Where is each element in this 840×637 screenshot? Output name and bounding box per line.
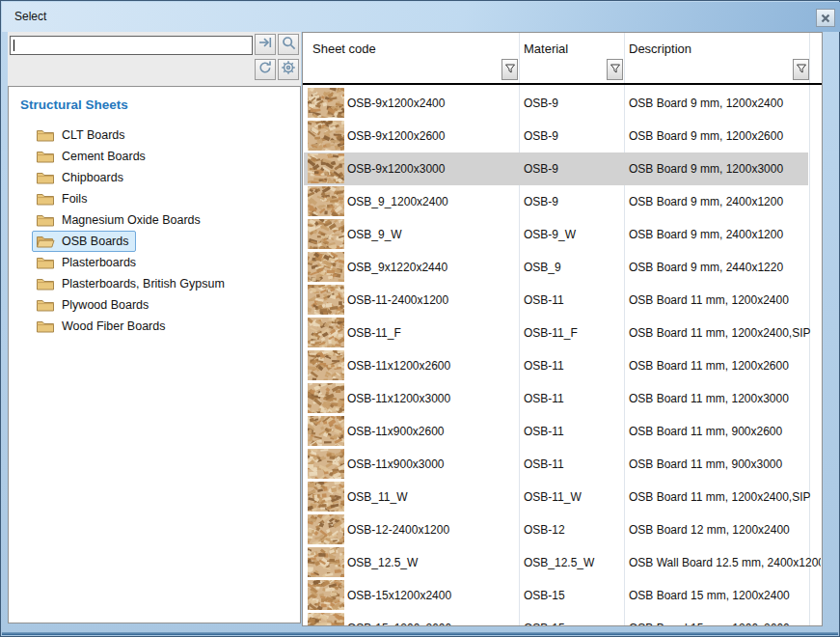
gear-icon (281, 60, 296, 79)
table-row[interactable]: OSB_9x1220x2440 OSB_9 OSB Board 9 mm, 24… (304, 251, 821, 284)
tree-item-osb-boards[interactable]: OSB Boards (9, 231, 300, 252)
table-row[interactable]: OSB-11-2400x1200 OSB-11 OSB Board 11 mm,… (304, 284, 821, 317)
cell-description: OSB Wall Board 12.5 mm, 2400x1200 (629, 556, 821, 569)
tree-root-label[interactable]: Structural Sheets (20, 97, 128, 112)
table-row[interactable]: OSB_11_W OSB-11_W OSB Board 11 mm, 1200x… (304, 481, 821, 513)
filter-icon (796, 61, 807, 78)
cell-material: OSB-15 (524, 622, 565, 625)
tree-items: CLT Boards Cement Boards Chipboards Foil… (9, 125, 300, 337)
filter-button-description[interactable] (793, 59, 809, 80)
tree-item-plasterboards-british-gypsum[interactable]: Plasterboards, British Gypsum (9, 273, 300, 294)
cell-material: OSB-11 (524, 293, 564, 307)
table-body: OSB-9x1200x2400 OSB-9 OSB Board 9 mm, 12… (304, 87, 821, 625)
cell-sheet-code: OSB_9_1200x2400 (347, 195, 448, 208)
osb-thumbnail (308, 580, 344, 610)
cell-material: OSB-12 (524, 523, 565, 537)
tree-item-foils[interactable]: Foils (9, 188, 300, 209)
table-row[interactable]: OSB-9x1200x2400 OSB-9 OSB Board 9 mm, 12… (304, 87, 821, 120)
table-row[interactable]: OSB-11x1200x3000 OSB-11 OSB Board 11 mm,… (304, 382, 821, 415)
cell-description: OSB Board 15 mm, 1200x2600 (629, 622, 790, 625)
table-row[interactable]: OSB-11x900x2600 OSB-11 OSB Board 11 mm, … (304, 415, 821, 448)
cell-material: OSB-15 (524, 589, 565, 602)
cell-sheet-code: OSB-12-2400x1200 (347, 523, 449, 537)
go-button[interactable] (255, 34, 276, 55)
table-row[interactable]: OSB-11_F OSB-11_F OSB Board 11 mm, 1200x… (304, 317, 821, 349)
tree-item-plasterboards[interactable]: Plasterboards (9, 252, 300, 273)
settings-button[interactable] (278, 59, 299, 80)
title-bar: Select (2, 2, 840, 32)
cell-description: OSB Board 9 mm, 1200x2600 (629, 129, 783, 143)
folder-icon (36, 318, 55, 334)
cell-description: OSB Board 9 mm, 2400x1200 (629, 195, 783, 208)
close-icon (821, 10, 830, 27)
osb-thumbnail (308, 186, 344, 216)
table-row[interactable]: OSB-11x1200x2600 OSB-11 OSB Board 11 mm,… (304, 349, 821, 382)
tree-item-clt-boards[interactable]: CLT Boards (9, 125, 300, 146)
tree-item-label: Plasterboards (62, 256, 136, 269)
cell-material: OSB-9 (524, 129, 558, 143)
refresh-icon (257, 60, 273, 79)
filter-button-material[interactable] (607, 59, 623, 80)
sheet-table: Sheet code Material Description OSB-9x1 (302, 32, 823, 626)
tree-item-cement-boards[interactable]: Cement Boards (9, 146, 300, 167)
folder-icon (36, 276, 55, 291)
cell-description: OSB Board 15 mm, 1200x2400 (629, 589, 790, 602)
cell-description: OSB Board 12 mm, 1200x2400 (629, 523, 790, 537)
osb-thumbnail (308, 121, 344, 151)
go-arrow-icon (257, 35, 273, 54)
table-row[interactable]: OSB-15x1200x2600 OSB-15 OSB Board 15 mm,… (304, 612, 821, 625)
folder-icon (36, 255, 55, 270)
cell-material: OSB-11 (524, 359, 564, 373)
search-button[interactable] (278, 34, 299, 55)
osb-thumbnail (308, 383, 344, 413)
table-row[interactable]: OSB_9_1200x2400 OSB-9 OSB Board 9 mm, 24… (304, 185, 821, 218)
tree-item-label: OSB Boards (62, 235, 128, 248)
cell-sheet-code: OSB-11x900x2600 (347, 425, 445, 438)
cell-material: OSB-9 (524, 195, 558, 208)
tree-item-plywood-boards[interactable]: Plywood Boards (9, 294, 300, 316)
cell-description: OSB Board 11 mm, 1200x2600 (629, 359, 789, 373)
cell-description: OSB Board 11 mm, 1200x2400 (629, 293, 789, 307)
open-folder-icon (36, 234, 55, 249)
cell-description: OSB Board 9 mm, 2400x1200 (629, 228, 783, 241)
cell-description: OSB Board 9 mm, 1200x3000 (629, 162, 783, 176)
table-row[interactable]: OSB_12.5_W OSB_12.5_W OSB Wall Board 12.… (304, 546, 821, 579)
cell-sheet-code: OSB-9x1200x2400 (347, 97, 445, 110)
filter-icon (610, 61, 621, 78)
cell-sheet-code: OSB-11x1200x2600 (347, 359, 450, 373)
tree-item-chipboards[interactable]: Chipboards (9, 167, 300, 188)
osb-thumbnail (308, 285, 344, 315)
cell-material: OSB-11 (524, 392, 564, 405)
refresh-button[interactable] (255, 59, 276, 80)
search-icon (282, 36, 296, 54)
cell-material: OSB_9 (524, 261, 561, 274)
tree-item-wood-fiber-boards[interactable]: Wood Fiber Boards (9, 316, 300, 337)
search-input[interactable] (10, 36, 253, 55)
tree-item-magnesium-oxide-boards[interactable]: Magnesium Oxide Boards (9, 209, 300, 231)
cell-description: OSB Board 9 mm, 2440x1220 (629, 261, 783, 274)
close-button[interactable] (816, 9, 835, 27)
cell-sheet-code: OSB_12.5_W (347, 556, 418, 569)
column-header-material: Material (524, 42, 568, 56)
table-row[interactable]: OSB-9x1200x2600 OSB-9 OSB Board 9 mm, 12… (304, 120, 821, 152)
cell-description: OSB Board 11 mm, 1200x3000 (629, 392, 789, 405)
table-row[interactable]: OSB-11x900x3000 OSB-11 OSB Board 11 mm, … (304, 448, 821, 481)
filter-button-sheet-code[interactable] (501, 59, 518, 80)
cell-description: OSB Board 9 mm, 1200x2400 (629, 97, 783, 110)
folder-icon (36, 149, 55, 164)
tree-item-label: Foils (62, 192, 87, 206)
table-row[interactable]: OSB_9_W OSB-9_W OSB Board 9 mm, 2400x120… (304, 218, 821, 251)
table-row[interactable]: OSB-12-2400x1200 OSB-12 OSB Board 12 mm,… (304, 513, 821, 546)
tree-item-label: Wood Fiber Boards (62, 319, 165, 333)
table-row[interactable]: OSB-9x1200x3000 OSB-9 OSB Board 9 mm, 12… (304, 152, 821, 185)
cell-sheet-code: OSB-15x1200x2400 (347, 589, 451, 602)
category-tree: Structural Sheets CLT Boards Cement Boar… (8, 86, 301, 623)
column-header-sheet-code: Sheet code (312, 42, 376, 56)
cell-description: OSB Board 11 mm, 1200x2400,SIP (629, 490, 811, 504)
tree-item-label: Chipboards (62, 171, 123, 184)
folder-icon (36, 297, 55, 313)
cell-description: OSB Board 11 mm, 1200x2400,SIP (629, 326, 811, 340)
tree-item-label: CLT Boards (62, 128, 125, 142)
table-row[interactable]: OSB-15x1200x2400 OSB-15 OSB Board 15 mm,… (304, 579, 821, 612)
osb-thumbnail (308, 416, 344, 446)
